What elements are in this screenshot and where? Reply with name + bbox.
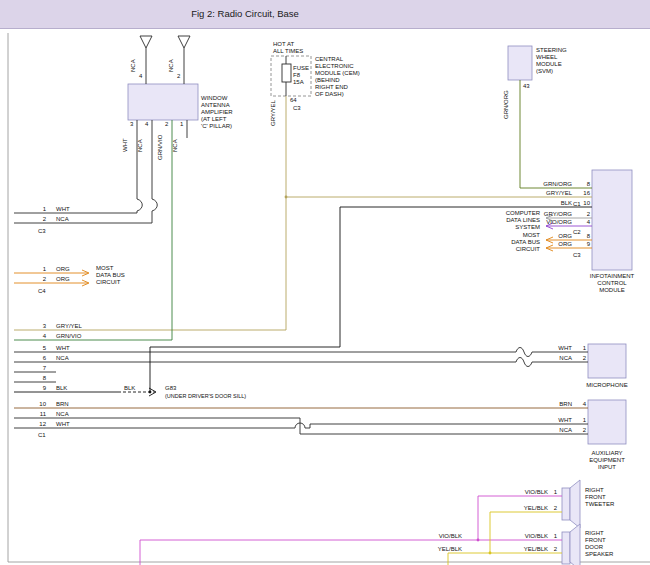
mic-wire-1: WHT xyxy=(524,345,572,352)
tweeter-name: RIGHT FRONT TWEETER xyxy=(585,487,614,508)
cem-connector-c3: C3 xyxy=(293,105,301,112)
amplifier-pin-4: 4 xyxy=(145,121,148,128)
icm-pin-4: 4 xyxy=(582,219,590,226)
door-pin-2: 2 xyxy=(551,546,557,553)
amplifier-pin-3: 3 xyxy=(130,121,133,128)
door-wire-2: YEL/BLK xyxy=(500,546,548,553)
fuse-label: FUSE F8 15A xyxy=(293,65,309,86)
icm-wire-2: BLK xyxy=(524,200,572,207)
door-mid-wire-1: VIO/BLK xyxy=(428,533,462,540)
tweeter-speaker-symbol xyxy=(562,488,570,520)
left-connector-c3: C3 xyxy=(38,228,46,235)
ground-location: (UNDER DRIVER'S DOOR SILL) xyxy=(165,393,246,400)
left-c1-pin-6: 6 xyxy=(34,355,46,362)
door-pin-1: 1 xyxy=(551,533,557,540)
junction-dot-gry-yel xyxy=(285,196,288,199)
aux-pin-1: 1 xyxy=(578,417,586,424)
left-c1-wire-3: GRY/YEL xyxy=(56,323,82,330)
left-c1-wire-5: WHT xyxy=(56,345,70,352)
microphone-box xyxy=(588,344,626,378)
tweeter-pin-2: 2 xyxy=(551,505,557,512)
left-c1-pin-12: 12 xyxy=(34,421,46,428)
wire-grn-org xyxy=(520,80,592,188)
left-c1-pin-11: 11 xyxy=(34,411,46,418)
left-c3-wire-2: NCA xyxy=(56,216,69,223)
icm-pin-6: 9 xyxy=(582,241,590,248)
tweeter-wire-2: YEL/BLK xyxy=(500,505,548,512)
wire-label-grn-org: GRN/ORG xyxy=(503,90,510,119)
left-c1-pin-9: 9 xyxy=(34,385,46,392)
mic-pin-2: 2 xyxy=(578,355,586,362)
antenna-left-wire-label: NCA xyxy=(130,59,137,72)
left-c1-pin-10: 10 xyxy=(34,401,46,408)
icm-connector-c2: C2 xyxy=(573,229,581,236)
most-data-bus-right-label: MOST DATA BUS CIRCUIT xyxy=(468,232,540,253)
aux-name: AUXILIARY EQUIPMENT INPUT xyxy=(579,450,635,471)
icm-pin-5: 8 xyxy=(582,233,590,240)
tweeter-pin-1: 1 xyxy=(551,489,557,496)
window-antenna-amplifier-box xyxy=(128,84,198,120)
left-c3-pin-2: 2 xyxy=(34,216,46,223)
tweeter-wire-1: VIO/BLK xyxy=(500,489,548,496)
most-data-bus-left-label: MOST DATA BUS CIRCUIT xyxy=(96,265,125,286)
infotainment-control-module-box xyxy=(592,170,632,270)
amplifier-name: WINDOW ANTENNA AMPLIFIER (AT LEFT 'C' PI… xyxy=(201,95,233,130)
aux-wire-brn: BRN xyxy=(524,401,572,408)
left-c1-pin-8: 8 xyxy=(34,375,46,382)
steering-wheel-module-box xyxy=(508,46,532,80)
icm-wire-1: GRY/YEL xyxy=(524,190,572,197)
aux-pin-2: 2 xyxy=(578,427,586,434)
computer-data-lines-label: COMPUTER DATA LINES SYSTEM xyxy=(468,210,540,231)
left-antenna-icon xyxy=(140,36,152,48)
antenna-right-wire-label: NCA xyxy=(168,59,175,72)
icm-wire-0: GRN/ORG xyxy=(524,181,572,188)
door-speaker-cone xyxy=(570,524,580,565)
right-antenna-icon xyxy=(178,36,190,48)
antenna-left-pin: 4 xyxy=(139,73,142,80)
wire-vio-blk xyxy=(140,496,562,565)
amplifier-wire-wht: WHT xyxy=(122,138,129,152)
left-c1-wire-9: BLK xyxy=(56,385,67,392)
icm-pin-3: 2 xyxy=(582,211,590,218)
door-wire-1: VIO/BLK xyxy=(500,533,548,540)
amplifier-pin-2: 2 xyxy=(165,121,168,128)
left-c3-wire-1: WHT xyxy=(56,206,70,213)
ground-wire-label: BLK xyxy=(124,385,135,392)
left-c1-pin-3: 3 xyxy=(34,323,46,330)
antenna-right-pin: 2 xyxy=(177,73,180,80)
amplifier-wire-nca: NCA xyxy=(137,139,144,152)
left-c1-pin-5: 5 xyxy=(34,345,46,352)
amplifier-wire-grn-vio: GRN/VIO xyxy=(157,135,164,160)
aux-wire-wht: WHT xyxy=(524,417,572,424)
left-c4-wire-1: ORG xyxy=(56,266,70,273)
mic-wire-2: NCA xyxy=(524,355,572,362)
wire-org-most-left xyxy=(14,270,89,286)
wiring-diagram-page: Fig 2: Radio Circuit, Base xyxy=(0,0,650,565)
steering-pin-43: 43 xyxy=(523,83,530,90)
fuse-symbol xyxy=(282,64,291,82)
icm-connector-c3: C3 xyxy=(573,252,581,259)
auxiliary-equipment-input-box xyxy=(588,400,626,444)
icm-pin-2: 10 xyxy=(582,200,590,207)
door-speaker-name: RIGHT FRONT DOOR SPEAKER xyxy=(585,530,613,558)
icm-pin-0: 8 xyxy=(582,181,590,188)
aux-pin-4: 4 xyxy=(578,401,586,408)
antenna-icons xyxy=(140,36,190,84)
left-c1-wire-10: BRN xyxy=(56,401,69,408)
left-c1-wire-4: GRN/VIO xyxy=(56,333,81,340)
left-c1-pin-4: 4 xyxy=(34,333,46,340)
left-c3-pin-1: 1 xyxy=(34,206,46,213)
tweeter-speaker-cone xyxy=(570,480,580,528)
junction-dot-yel-blk xyxy=(489,552,492,555)
left-c1-wire-11: NCA xyxy=(56,411,69,418)
wire-label-gry-yel: GRY/YEL xyxy=(270,100,277,126)
icm-connector-c1: C1 xyxy=(573,201,581,208)
left-c4-pin-2: 2 xyxy=(34,276,46,283)
amplifier-wire-nca-2: NCA xyxy=(172,139,179,152)
left-c1-wire-6: NCA xyxy=(56,355,69,362)
icm-pin-1: 16 xyxy=(582,190,590,197)
icm-name: INFOTAINMENT CONTROL MODULE xyxy=(584,273,640,294)
junction-dot-vio-blk xyxy=(477,539,480,542)
microphone-name: MICROPHONE xyxy=(579,382,635,389)
left-connector-c1: C1 xyxy=(38,432,46,439)
